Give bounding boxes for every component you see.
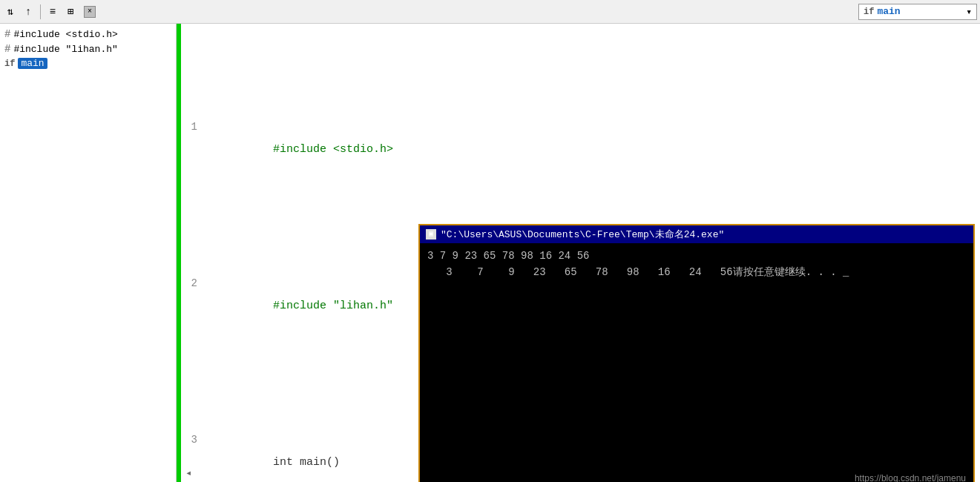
token-include1: #include — [273, 143, 333, 156]
token-int-main: int main() — [273, 456, 340, 469]
terminal-app-icon: ▣ — [426, 229, 436, 240]
token-lihan: "lihan.h" — [333, 300, 393, 312]
scroll-left-arrow[interactable]: ◂ — [181, 465, 196, 481]
sidebar-label-include-stdio: #include <stdio.h> — [13, 29, 117, 40]
sidebar-item-main[interactable]: if main — [0, 56, 176, 70]
main-area: # #include <stdio.h> # #include "lihan.h… — [0, 24, 980, 482]
hash-icon: # — [4, 28, 10, 40]
sidebar: # #include <stdio.h> # #include "lihan.h… — [0, 24, 177, 482]
terminal-titlebar: ▣ "C:\Users\ASUS\Documents\C-Free\Temp\未… — [420, 225, 973, 243]
sort-icon[interactable]: ⇅ — [3, 4, 18, 19]
terminal-output-line1: 3 7 9 23 65 78 98 16 24 56 — [427, 248, 966, 264]
line-code-1: #include <stdio.h> — [203, 116, 980, 183]
function-icon: if — [864, 7, 874, 17]
terminal-body[interactable]: 3 7 9 23 65 78 98 16 24 56 3 7 9 23 65 7… — [420, 243, 973, 482]
line-number-2: 2 — [181, 272, 203, 294]
list-icon[interactable]: ≡ — [45, 4, 60, 19]
line-number-1: 1 — [181, 116, 203, 138]
toolbar: ⇅ ↑ ≡ ⊞ × if main ▾ — [0, 0, 980, 24]
function-dropdown[interactable]: if main ▾ — [858, 4, 977, 20]
sidebar-label-main: main — [18, 58, 47, 69]
up-icon[interactable]: ↑ — [21, 4, 36, 19]
hash-icon-2: # — [4, 43, 10, 55]
terminal-output-line2: 3 7 9 23 65 78 98 16 24 56请按任意键继续. . . _ — [427, 264, 966, 280]
grid-icon[interactable]: ⊞ — [63, 4, 78, 19]
func-icon: if — [4, 59, 15, 69]
sidebar-label-include-lihan: #include "lihan.h" — [13, 44, 117, 55]
line-number-3: 3 — [181, 429, 203, 451]
code-line-1: 1 #include <stdio.h> — [181, 116, 980, 183]
terminal-title: "C:\Users\ASUS\Documents\C-Free\Temp\未命名… — [441, 228, 724, 241]
editor-area[interactable]: 1 #include <stdio.h> 2 #include "lihan.h… — [181, 24, 980, 482]
function-value: main — [877, 6, 900, 17]
sidebar-item-include-lihan[interactable]: # #include "lihan.h" — [0, 42, 176, 56]
token-stdio: <stdio.h> — [333, 143, 393, 156]
terminal-window: ▣ "C:\Users\ASUS\Documents\C-Free\Temp\未… — [418, 224, 975, 482]
toolbar-separator — [40, 4, 41, 19]
close-button[interactable]: × — [84, 6, 96, 18]
sidebar-item-include-stdio[interactable]: # #include <stdio.h> — [0, 27, 176, 42]
watermark: https://blog.csdn.net/jamenu — [855, 473, 966, 482]
token-include2: #include — [273, 300, 333, 312]
